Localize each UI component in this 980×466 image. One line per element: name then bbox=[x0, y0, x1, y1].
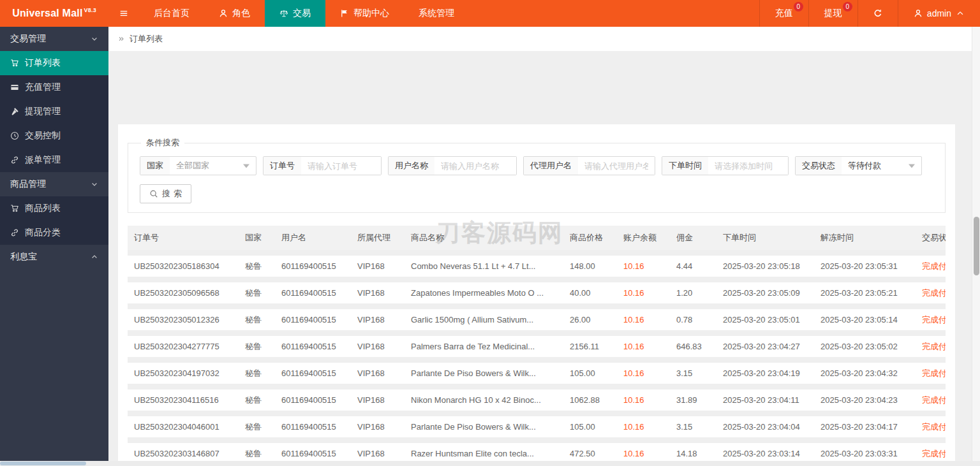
sidebar-group-items: 订单列表充值管理提现管理交易控制派单管理 bbox=[0, 51, 108, 172]
column-header: 佣金 bbox=[670, 226, 716, 250]
row-separator bbox=[128, 411, 946, 416]
cell-unfreeze-time: 2025-03-20 23:04:17 bbox=[814, 416, 916, 437]
filter-input[interactable] bbox=[708, 157, 788, 175]
sidebar-group-header[interactable]: 交易管理 bbox=[0, 27, 108, 51]
cell-agent: VIP168 bbox=[351, 416, 405, 437]
sidebar-item[interactable]: 充值管理 bbox=[0, 75, 108, 99]
table-row[interactable]: UB2503202304197032秘鲁601169400515VIP168Pa… bbox=[128, 363, 946, 384]
cell-username: 601169400515 bbox=[275, 416, 351, 437]
filter-input[interactable] bbox=[434, 157, 516, 175]
cell-price: 105.00 bbox=[563, 416, 617, 437]
sidebar-item[interactable]: 交易控制 bbox=[0, 124, 108, 148]
cell-commission: 3.15 bbox=[670, 416, 716, 437]
sidebar: 交易管理订单列表充值管理提现管理交易控制派单管理商品管理商品列表商品分类利息宝 bbox=[0, 27, 108, 466]
top-nav-item-label: 交易 bbox=[293, 8, 311, 19]
vertical-scrollbar-thumb[interactable] bbox=[974, 217, 979, 275]
filter-select[interactable]: 等待付款 bbox=[842, 157, 921, 175]
sidebar-item-label: 订单列表 bbox=[25, 57, 61, 69]
recharge-button[interactable]: 充值0 bbox=[759, 0, 808, 27]
caret-down-icon bbox=[909, 164, 915, 168]
breadcrumb-item[interactable]: 订单列表 bbox=[130, 33, 163, 45]
column-header: 解冻时间 bbox=[814, 226, 916, 250]
filter-input[interactable] bbox=[301, 157, 381, 175]
cell-order-no: UB2503202304116516 bbox=[128, 390, 239, 411]
cell-price: 105.00 bbox=[563, 363, 617, 384]
recharge-label: 充值 bbox=[775, 8, 793, 19]
table-row[interactable]: UB2503202305096568秘鲁601169400515VIP168Za… bbox=[128, 282, 946, 303]
top-nav-item-label: 后台首页 bbox=[154, 8, 189, 19]
cell-balance: 10.16 bbox=[617, 363, 670, 384]
filter-select[interactable]: 全部国家 bbox=[170, 157, 256, 175]
table-row[interactable]: UB2503202305186304秘鲁601169400515VIP168Co… bbox=[128, 256, 946, 277]
filter-label: 交易状态 bbox=[796, 157, 842, 175]
person-icon bbox=[219, 9, 228, 18]
cart-icon bbox=[10, 59, 19, 68]
cell-status: 完成付款 bbox=[916, 363, 946, 384]
refresh-button[interactable] bbox=[858, 0, 898, 27]
table-row[interactable]: UB2503202304277775秘鲁601169400515VIP168Pa… bbox=[128, 336, 946, 357]
horizontal-scrollbar-thumb[interactable] bbox=[0, 462, 86, 465]
top-nav-item-label: 系统管理 bbox=[419, 8, 454, 19]
withdraw-button[interactable]: 提现0 bbox=[808, 0, 858, 27]
sidebar-group-header[interactable]: 商品管理 bbox=[0, 172, 108, 196]
topbar-spacer bbox=[469, 0, 759, 27]
search-button[interactable]: 搜索 bbox=[140, 184, 191, 203]
cell-balance: 10.16 bbox=[617, 390, 670, 411]
cell-status: 完成付款 bbox=[916, 256, 946, 277]
cell-status: 完成付款 bbox=[916, 336, 946, 357]
chevron-up-icon bbox=[956, 9, 965, 18]
withdraw-badge: 0 bbox=[843, 2, 852, 11]
sidebar-item-label: 商品分类 bbox=[25, 227, 61, 238]
cell-agent: VIP168 bbox=[351, 390, 405, 411]
cell-order-no: UB2503202304197032 bbox=[128, 363, 239, 384]
sidebar-group-items: 商品列表商品分类 bbox=[0, 196, 108, 245]
cell-order-time: 2025-03-20 23:05:18 bbox=[716, 256, 814, 277]
top-nav-item[interactable]: 交易 bbox=[265, 0, 325, 27]
filter-group: 交易状态等待付款 bbox=[795, 156, 922, 175]
filter-input[interactable] bbox=[578, 157, 655, 175]
sidebar-item[interactable]: 派单管理 bbox=[0, 148, 108, 172]
sidebar-group-label: 交易管理 bbox=[10, 33, 46, 45]
sidebar-item[interactable]: 商品分类 bbox=[0, 221, 108, 245]
cell-username: 601169400515 bbox=[275, 363, 351, 384]
column-header: 商品名称 bbox=[405, 226, 563, 250]
cell-order-no: UB2503202305096568 bbox=[128, 282, 239, 303]
top-nav-item[interactable]: 后台首页 bbox=[139, 0, 204, 27]
sidebar-group-header[interactable]: 利息宝 bbox=[0, 245, 108, 269]
table-row[interactable]: UB2503202304116516秘鲁601169400515VIP168Ni… bbox=[128, 390, 946, 411]
clock-icon bbox=[10, 131, 19, 140]
sidebar-item[interactable]: 商品列表 bbox=[0, 196, 108, 221]
cell-status: 完成付款 bbox=[916, 416, 946, 437]
chevron-down-icon bbox=[91, 35, 98, 43]
table-row[interactable]: UB2503202305012326秘鲁601169400515VIP168Ga… bbox=[128, 309, 946, 330]
collapse-menu-button[interactable] bbox=[108, 0, 139, 27]
top-nav-item[interactable]: 系统管理 bbox=[404, 0, 469, 27]
column-header: 国家 bbox=[239, 226, 275, 250]
cell-balance: 10.16 bbox=[617, 282, 670, 303]
cell-unfreeze-time: 2025-03-20 23:05:21 bbox=[814, 282, 916, 303]
table-row[interactable]: UB2503202304046001秘鲁601169400515VIP168Pa… bbox=[128, 416, 946, 437]
recharge-badge: 0 bbox=[794, 2, 803, 11]
sidebar-item-label: 提现管理 bbox=[25, 106, 61, 117]
sidebar-item[interactable]: 提现管理 bbox=[0, 99, 108, 124]
row-separator bbox=[128, 277, 946, 282]
filter-label: 下单时间 bbox=[662, 157, 708, 175]
brand-logo[interactable]: Universal Mall V8.3 bbox=[0, 0, 108, 27]
cell-product: Zapatones Impermeables Moto O ... bbox=[405, 282, 563, 303]
cell-commission: 31.89 bbox=[670, 390, 716, 411]
cell-country: 秘鲁 bbox=[239, 416, 275, 437]
cell-country: 秘鲁 bbox=[239, 256, 275, 277]
cell-agent: VIP168 bbox=[351, 282, 405, 303]
search-legend: 条件搜索 bbox=[141, 137, 184, 149]
topbar: Universal Mall V8.3 后台首页角色交易帮助中心系统管理 充值0… bbox=[0, 0, 980, 27]
link-icon bbox=[10, 228, 19, 237]
cell-country: 秘鲁 bbox=[239, 363, 275, 384]
top-nav-item[interactable]: 角色 bbox=[204, 0, 265, 27]
cell-country: 秘鲁 bbox=[239, 390, 275, 411]
sidebar-item[interactable]: 订单列表 bbox=[0, 51, 108, 75]
card-icon bbox=[10, 83, 19, 92]
cell-order-no: UB2503202304277775 bbox=[128, 336, 239, 357]
row-separator bbox=[128, 250, 946, 256]
user-menu[interactable]: admin bbox=[898, 0, 980, 27]
top-nav-item[interactable]: 帮助中心 bbox=[325, 0, 404, 27]
